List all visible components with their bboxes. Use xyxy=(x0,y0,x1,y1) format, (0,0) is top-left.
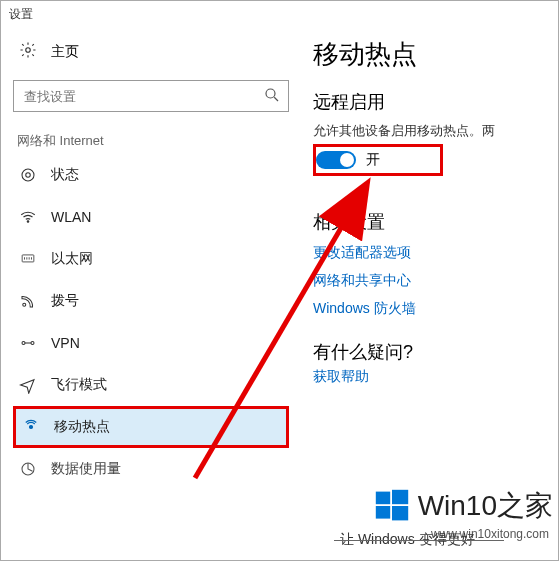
sidebar-item-dialup[interactable]: 拨号 xyxy=(13,280,289,322)
window-title: 设置 xyxy=(9,6,33,23)
toggle-knob xyxy=(340,153,354,167)
remote-enable-toggle[interactable] xyxy=(316,151,356,169)
related-settings-heading: 相关设置 xyxy=(313,210,558,234)
sidebar-item-label: 数据使用量 xyxy=(51,460,121,478)
sidebar-item-wlan[interactable]: WLAN xyxy=(13,196,289,238)
svg-rect-15 xyxy=(375,506,389,519)
svg-point-1 xyxy=(266,89,275,98)
svg-point-8 xyxy=(22,342,25,345)
sidebar-item-label: VPN xyxy=(51,335,80,351)
dialup-icon xyxy=(19,292,37,310)
remote-enable-toggle-block: 开 xyxy=(313,144,443,176)
vpn-icon xyxy=(19,334,37,352)
windows-logo-icon xyxy=(374,488,410,524)
svg-point-0 xyxy=(26,48,31,53)
hotspot-icon xyxy=(22,418,40,436)
sidebar-item-vpn[interactable]: VPN xyxy=(13,322,289,364)
svg-point-4 xyxy=(26,173,31,178)
titlebar: 设置 xyxy=(1,1,558,27)
remote-enable-desc: 允许其他设备启用移动热点。两 xyxy=(313,122,558,140)
gear-icon xyxy=(19,41,37,62)
search-icon xyxy=(263,86,281,104)
svg-point-9 xyxy=(31,342,34,345)
sidebar-item-label: 以太网 xyxy=(51,250,93,268)
wifi-icon xyxy=(19,208,37,226)
svg-rect-16 xyxy=(392,506,408,520)
status-icon xyxy=(19,166,37,184)
svg-rect-6 xyxy=(22,255,34,262)
watermark: Win10之家 xyxy=(374,487,553,525)
datausage-icon xyxy=(19,460,37,478)
link-adapter-options[interactable]: 更改适配器选项 xyxy=(313,244,558,262)
svg-line-2 xyxy=(274,97,278,101)
sidebar-item-airplane[interactable]: 飞行模式 xyxy=(13,364,289,406)
settings-window: 设置 主页 网络和 xyxy=(0,0,559,561)
home-nav[interactable]: 主页 xyxy=(13,27,289,76)
sidebar-item-label: 拨号 xyxy=(51,292,79,310)
nav-group-label: 网络和 Internet xyxy=(13,126,289,154)
svg-point-3 xyxy=(22,169,34,181)
link-windows-firewall[interactable]: Windows 防火墙 xyxy=(313,300,558,318)
sidebar-item-label: 移动热点 xyxy=(54,418,110,436)
airplane-icon xyxy=(19,376,37,394)
footer-struck-text: 让 Windows 变得更好 xyxy=(340,531,475,549)
sidebar-item-label: WLAN xyxy=(51,209,91,225)
svg-point-5 xyxy=(27,221,29,223)
main-panel: 移动热点 远程启用 允许其他设备启用移动热点。两 开 相关设置 更改适配器选项 … xyxy=(301,27,558,560)
page-title: 移动热点 xyxy=(313,37,558,72)
sidebar-item-datausage[interactable]: 数据使用量 xyxy=(13,448,289,490)
svg-point-7 xyxy=(23,303,26,306)
sidebar-item-ethernet[interactable]: 以太网 xyxy=(13,238,289,280)
link-network-sharing[interactable]: 网络和共享中心 xyxy=(313,272,558,290)
sidebar: 主页 网络和 Internet 状态 xyxy=(1,27,301,560)
svg-rect-14 xyxy=(392,490,408,504)
sidebar-item-hotspot[interactable]: 移动热点 xyxy=(13,406,289,448)
svg-point-10 xyxy=(30,426,33,429)
sidebar-item-status[interactable]: 状态 xyxy=(13,154,289,196)
watermark-text: Win10之家 xyxy=(418,487,553,525)
question-heading: 有什么疑问? xyxy=(313,340,558,364)
ethernet-icon xyxy=(19,252,37,266)
sidebar-item-label: 状态 xyxy=(51,166,79,184)
toggle-state-label: 开 xyxy=(366,151,380,169)
remote-enable-heading: 远程启用 xyxy=(313,90,558,114)
content-area: 主页 网络和 Internet 状态 xyxy=(1,27,558,560)
search-input[interactable] xyxy=(13,80,289,112)
sidebar-item-label: 飞行模式 xyxy=(51,376,107,394)
search-wrap xyxy=(13,80,289,112)
svg-rect-13 xyxy=(375,492,389,505)
link-get-help[interactable]: 获取帮助 xyxy=(313,368,558,386)
home-label: 主页 xyxy=(51,43,79,61)
